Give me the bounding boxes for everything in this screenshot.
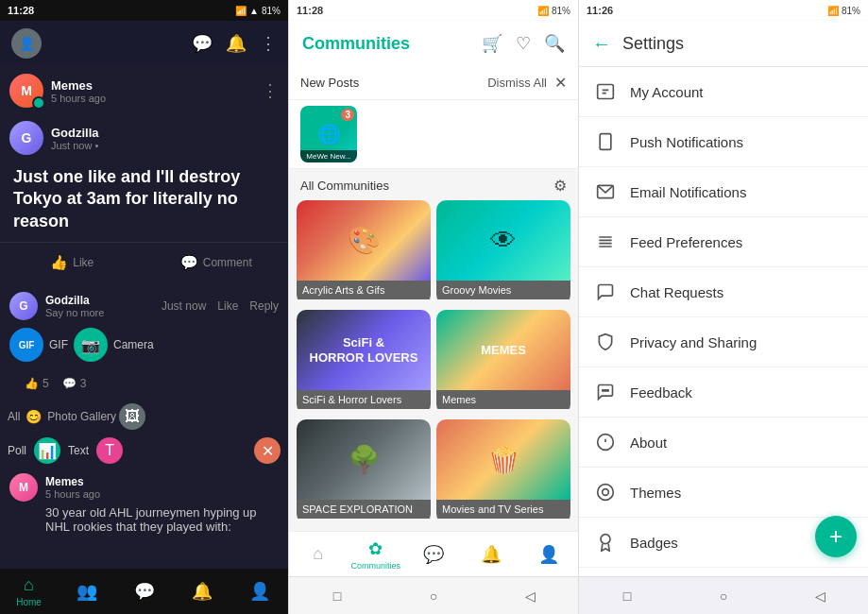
my-account-icon: [594, 80, 617, 103]
settings-time: 11:26: [587, 5, 613, 16]
avatar: M: [9, 473, 38, 502]
comments-number: 3: [80, 377, 87, 390]
comm-nav-profile[interactable]: 👤: [520, 544, 578, 565]
notification-icon[interactable]: 🔔: [226, 33, 247, 54]
avatar-initial: M: [21, 83, 32, 98]
dismiss-close-icon[interactable]: ✕: [554, 74, 567, 92]
post-author: Memes: [51, 78, 254, 93]
camera-button[interactable]: 📷: [74, 328, 108, 362]
community-card[interactable]: 🎨 Acrylic Arts & Gifs: [297, 200, 431, 304]
communities-panel: 11:28 📶 81% Communities 🛒 ♡ 🔍 New Posts …: [288, 0, 579, 614]
all-option[interactable]: All: [8, 410, 20, 423]
community-name: Acrylic Arts & Gifs: [297, 281, 431, 299]
community-card[interactable]: 👁 Groovy Movies: [436, 200, 570, 304]
like-button[interactable]: 👍 Like: [0, 248, 145, 277]
new-posts-row: 3 MeWe New... 🌐: [289, 100, 578, 169]
settings-item-my-account[interactable]: My Account: [579, 67, 868, 117]
comment-button[interactable]: 💬 Comment: [145, 248, 289, 277]
post-text: Just one like and I'll destroy Tokyo at …: [0, 159, 288, 242]
poll-icon: 📊: [38, 442, 57, 460]
compose-row: GIF GIF 📷 Camera: [0, 324, 288, 367]
settings-status-icons: 📶 81%: [827, 6, 860, 16]
post-menu-button[interactable]: ⋮: [262, 80, 279, 101]
home-icon: ⌂: [24, 575, 34, 595]
community-image-icon: 👁: [490, 225, 517, 256]
sys-circle-btn[interactable]: ○: [424, 587, 443, 605]
comment-reply-action[interactable]: Reply: [249, 299, 279, 313]
sys-back-btn[interactable]: ◁: [810, 587, 829, 605]
communities-bottom-nav: ⌂ ✿ Communities 💬 🔔 👤: [289, 531, 578, 576]
sys-back-btn[interactable]: ◁: [520, 587, 539, 605]
favorites-icon[interactable]: ♡: [516, 33, 531, 54]
settings-item-chat-requests[interactable]: Chat Requests: [579, 267, 868, 317]
profile-icon: 👤: [538, 544, 559, 565]
community-card[interactable]: 🍿 Movies and TV Series: [436, 419, 570, 523]
post-stats: 👍 5 💬 3: [11, 373, 277, 394]
search-icon[interactable]: 🔍: [544, 33, 565, 54]
likes-count: 👍 5: [25, 377, 49, 390]
photo-gallery-icon[interactable]: 🖼: [119, 403, 145, 430]
back-button[interactable]: ←: [592, 33, 611, 55]
nav-notifications[interactable]: 🔔: [173, 581, 230, 602]
options-icon[interactable]: ⋮: [260, 33, 277, 54]
settings-list: My Account Push Notifications Email Noti…: [579, 67, 868, 576]
nav-profile[interactable]: 👤: [230, 581, 288, 602]
feed-avatar[interactable]: 👤: [11, 28, 42, 59]
svg-point-4: [604, 390, 606, 392]
feed-status-icons: 📶 ▲ 81%: [235, 6, 281, 16]
communities-header: Communities 🛒 ♡ 🔍: [289, 21, 578, 66]
nav-communities[interactable]: 👥: [58, 581, 115, 602]
push-notifications-icon: [594, 130, 617, 153]
settings-item-feedback[interactable]: Feedback: [579, 367, 868, 418]
post-author: Memes: [45, 475, 279, 488]
comm-nav-home[interactable]: ⌂: [289, 544, 347, 564]
settings-system-nav: □ ○ ◁: [579, 576, 868, 614]
comment-like-action[interactable]: Like: [217, 299, 238, 313]
nav-chat[interactable]: 💬: [115, 581, 173, 602]
bell-icon: 🔔: [481, 544, 502, 565]
settings-item-themes[interactable]: Themes: [579, 468, 868, 518]
community-image-icon: 🎨: [348, 225, 381, 256]
community-card[interactable]: MEMES Memes: [436, 310, 570, 414]
settings-item-feed-preferences[interactable]: Feed Preferences: [579, 217, 868, 267]
community-image-text: SciFi &HORROR LOVERS: [310, 335, 418, 365]
comm-nav-notifications[interactable]: 🔔: [463, 544, 520, 565]
message-icon[interactable]: 💬: [192, 33, 213, 54]
feed-panel: 11:28 📶 ▲ 81% 👤 💬 🔔 ⋮ M Meme: [0, 0, 288, 614]
feed-header-actions: 💬 🔔 ⋮: [192, 33, 277, 54]
settings-item-about[interactable]: About: [579, 418, 868, 468]
post-meta: Memes 5 hours ago: [45, 475, 279, 500]
comm-nav-communities[interactable]: ✿ Communities: [347, 538, 404, 571]
photo-gallery-option[interactable]: Photo Gallery 🖼: [47, 403, 145, 430]
text-button[interactable]: T: [96, 437, 123, 464]
signal-icon: 📶: [827, 6, 839, 16]
nav-home[interactable]: ⌂ Home: [0, 575, 58, 607]
sys-square-btn[interactable]: □: [618, 587, 637, 605]
privacy-sharing-icon: [594, 331, 617, 353]
chat-requests-icon: [594, 281, 617, 303]
community-card[interactable]: 🌳 SPACE EXPLORATION: [297, 419, 431, 523]
close-compose-button[interactable]: ✕: [254, 437, 281, 464]
comm-nav-chat[interactable]: 💬: [404, 544, 462, 565]
feed-header: 👤 💬 🔔 ⋮: [0, 21, 288, 66]
community-image: SciFi &HORROR LOVERS: [297, 310, 431, 390]
sys-circle-btn[interactable]: ○: [714, 587, 733, 605]
settings-item-privacy-sharing[interactable]: Privacy and Sharing: [579, 317, 868, 367]
new-post-thumbnail[interactable]: 3 MeWe New... 🌐: [300, 106, 357, 162]
poll-button[interactable]: 📊: [34, 437, 60, 464]
sys-square-btn[interactable]: □: [328, 587, 347, 605]
dismiss-all-button[interactable]: Dismiss All: [487, 76, 547, 90]
settings-item-push-notifications[interactable]: Push Notifications: [579, 117, 868, 167]
email-notifications-label: Email Notifications: [630, 184, 746, 200]
community-image-text: MEMES: [481, 343, 526, 357]
battery-label: 81%: [842, 6, 860, 16]
settings-item-email-notifications[interactable]: Email Notifications: [579, 167, 868, 217]
battery-label: 81%: [262, 6, 281, 16]
bell-icon: 🔔: [192, 581, 213, 602]
add-community-icon[interactable]: 🛒: [482, 33, 502, 54]
about-label: About: [630, 435, 667, 451]
gif-button[interactable]: GIF: [9, 328, 43, 362]
filter-icon[interactable]: ⚙: [553, 177, 567, 195]
community-card[interactable]: SciFi &HORROR LOVERS SciFi & Horror Love…: [297, 310, 431, 414]
communities-nav-label: Communities: [351, 561, 401, 571]
